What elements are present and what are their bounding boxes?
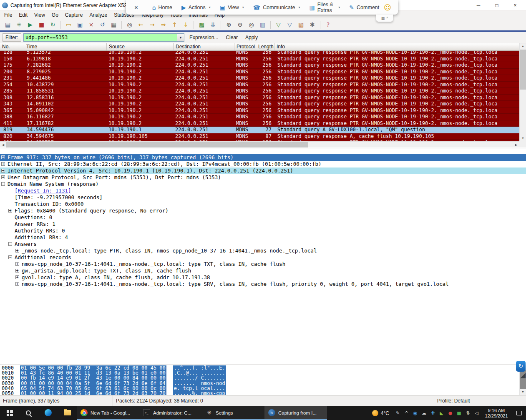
go-back-icon[interactable]: ← <box>136 20 146 30</box>
filter-dropdown-icon[interactable]: ▾ <box>177 34 184 41</box>
tray-defender-icon[interactable]: ✚ <box>428 410 437 416</box>
column-header-length[interactable]: Length <box>256 43 274 50</box>
menu-file[interactable]: File <box>1 11 15 19</box>
detail-line[interactable]: +Authority RRs: 0 <box>0 228 526 234</box>
remote-comment-button[interactable]: ✎Comment <box>345 4 384 11</box>
detail-line[interactable]: +Frame 917: 337 bytes on wire (2696 bits… <box>0 154 526 161</box>
column-header-no[interactable]: No. <box>0 43 24 50</box>
apply-button[interactable]: Apply <box>245 35 258 40</box>
detail-line[interactable]: +_nmos-node._tcp.local: type PTR, class … <box>0 248 526 254</box>
minimize-button[interactable]: ─ <box>469 0 488 11</box>
taskbar-button-settings[interactable]: ✳Settings <box>202 406 264 420</box>
taskbar-button-wireshark[interactable]: ≈Capturing from I... <box>264 406 327 420</box>
auto-scroll-icon[interactable]: ⇊ <box>208 20 218 30</box>
scrollbar-thumb[interactable] <box>520 50 526 90</box>
menu-go[interactable]: Go <box>48 11 62 19</box>
packet-list-hscrollbar[interactable]: ◀ ▶ <box>0 141 519 148</box>
zoom-normal-icon[interactable]: ◎ <box>246 20 257 30</box>
detail-line[interactable]: +Answer RRs: 1 <box>0 221 526 228</box>
tray-hidden-icons-chevron[interactable]: ^ <box>402 410 411 416</box>
preferences-icon[interactable]: ✱ <box>307 20 317 30</box>
column-header-time[interactable]: Time <box>24 43 107 50</box>
detail-line[interactable]: +nmos-cpp_node_10-37-16-1:4041._nmos-nod… <box>0 281 526 288</box>
packet-row[interactable]: 25410.43872910.19.190.2224.0.0.251MDNS25… <box>0 82 519 88</box>
packet-list-pane[interactable]: 1285.12357210.19.190.2224.0.0.251MDNS256… <box>0 51 519 141</box>
expand-icon[interactable]: + <box>15 249 19 252</box>
scroll-left-icon[interactable]: ◀ <box>0 142 6 148</box>
feedback-smiley-icon[interactable]: ☺ <box>384 3 394 12</box>
packet-row[interactable]: 81934.59447610.19.190.1224.0.0.251MDNS77… <box>0 127 519 133</box>
expand-icon[interactable]: + <box>1 169 5 172</box>
zoom-in-icon[interactable]: ⊕ <box>224 20 234 30</box>
packet-row[interactable]: 1285.12357210.19.190.2224.0.0.251MDNS256… <box>0 51 519 56</box>
detail-line[interactable]: +Ethernet II, Src: 28:99:3a:6c:22:cd (28… <box>0 161 526 168</box>
detail-line[interactable]: +Transaction ID: 0x0000 <box>0 201 526 208</box>
tray-onedrive-icon[interactable]: ☁ <box>420 410 428 416</box>
packet-row[interactable]: 30812.85831610.19.190.2224.0.0.251MDNS25… <box>0 95 519 101</box>
scroll-down-icon[interactable]: ▼ <box>520 135 526 141</box>
expand-icon[interactable]: + <box>15 269 19 272</box>
scroll-right-icon[interactable]: ▶ <box>513 142 519 148</box>
scroll-up-icon[interactable]: ▲ <box>520 43 526 49</box>
remote-sidebar-handle[interactable]: ↻ <box>516 361 526 372</box>
tray-pen-icon[interactable]: ✎ <box>393 410 402 416</box>
print-icon[interactable]: ▦ <box>108 20 119 30</box>
remote-communicate-button[interactable]: ☎Communicate▾ <box>249 4 305 11</box>
packet-row[interactable]: 1757.28268210.19.190.2224.0.0.251MDNS256… <box>0 62 519 69</box>
capture-start-icon[interactable]: ▶ <box>25 20 35 30</box>
collapse-icon[interactable]: − <box>8 255 12 259</box>
expand-icon[interactable]: + <box>1 175 5 179</box>
taskbar-button-edge[interactable] <box>38 406 58 420</box>
tray-network-icon[interactable]: ⇅ <box>463 410 472 416</box>
tray-nvidia-icon[interactable]: ◣ <box>437 410 446 416</box>
expand-icon[interactable]: + <box>15 262 19 266</box>
capture-filters-icon[interactable]: ▽ <box>273 20 284 30</box>
zoom-out-icon[interactable]: ⊖ <box>235 20 245 30</box>
detail-line[interactable]: +User Datagram Protocol, Src Port: mdns … <box>0 174 526 181</box>
detail-line[interactable]: −Additional records <box>0 254 526 261</box>
expand-icon[interactable]: + <box>15 282 19 286</box>
tray-alert-icon[interactable]: ● <box>446 410 455 416</box>
display-filters-icon[interactable]: ▽ <box>284 20 295 30</box>
start-button[interactable] <box>0 406 19 420</box>
packet-row[interactable]: 82034.59467510.19.190.105224.0.0.251MDNS… <box>0 133 519 140</box>
taskbar-button-chrome[interactable]: New Tab - Googl... <box>77 406 139 420</box>
packet-details-pane[interactable]: +Frame 917: 337 bytes on wire (2696 bits… <box>0 148 526 365</box>
expand-icon[interactable]: + <box>15 275 19 279</box>
expand-icon[interactable]: + <box>8 209 12 212</box>
hex-row[interactable]: 003000 01 00 00 00 04 0a 5f 6e 6d 6f 73 … <box>0 381 519 386</box>
detail-line[interactable]: −Domain Name System (response) <box>0 181 526 188</box>
close-button[interactable]: × <box>506 0 524 11</box>
coloring-rules-icon[interactable]: ▧ <box>296 20 306 30</box>
packet-row[interactable]: 2008.27902510.19.190.2224.0.0.251MDNS256… <box>0 69 519 75</box>
find-packet-icon[interactable]: ◎ <box>124 20 135 30</box>
remote-close-icon[interactable]: × <box>130 4 142 11</box>
packet-bytes-pane[interactable]: 000001 00 5e 00 00 fb 28 99 3a 6c 22 cd … <box>0 365 519 395</box>
resize-columns-icon[interactable]: ▥ <box>257 20 268 30</box>
file-close-icon[interactable]: × <box>86 20 96 30</box>
remote-home-button[interactable]: ⌂Home <box>148 4 177 11</box>
menu-edit[interactable]: Edit <box>15 11 31 19</box>
go-to-packet-icon[interactable]: ⇒ <box>158 20 169 30</box>
column-header-protocol[interactable]: Protocol <box>234 43 256 50</box>
packet-row[interactable]: 34314.09110210.19.190.2224.0.0.251MDNS25… <box>0 101 519 108</box>
taskbar-button-file-explorer[interactable] <box>58 406 77 420</box>
capture-restart-icon[interactable]: ↻ <box>48 20 58 30</box>
packet-row[interactable]: 1506.13981810.19.190.2224.0.0.251MDNS256… <box>0 56 519 62</box>
capture-stop-icon[interactable]: ■ <box>36 20 47 30</box>
go-last-icon[interactable]: ↓ <box>181 20 191 30</box>
collapse-icon[interactable]: − <box>8 242 12 246</box>
go-forward-icon[interactable]: → <box>147 20 157 30</box>
expression-button[interactable]: Expression... <box>189 35 218 40</box>
packet-row[interactable]: 41117.11678210.19.190.2224.0.0.251MDNS25… <box>0 120 519 127</box>
hex-row[interactable]: 002000 fb 14 e9 14 e9 01 2f 43 1e 00 00 … <box>0 375 519 380</box>
hex-row[interactable]: 005001 00 00 11 94 00 25 1d 6e 6d 6f 73 … <box>0 391 519 395</box>
packet-row[interactable]: 2319.44148610.19.190.2224.0.0.251MDNS256… <box>0 75 519 82</box>
tray-teamviewer-icon[interactable]: ◉ <box>411 410 420 416</box>
detail-line[interactable]: +gvo1.local: type A, class IN, cache flu… <box>0 274 526 281</box>
detail-line[interactable]: +Additional RRs: 4 <box>0 234 526 241</box>
expand-icon[interactable]: + <box>1 155 5 159</box>
column-header-source[interactable]: Source <box>107 43 174 50</box>
detail-line[interactable]: +Questions: 0 <box>0 214 526 221</box>
go-first-icon[interactable]: ↑ <box>169 20 180 30</box>
